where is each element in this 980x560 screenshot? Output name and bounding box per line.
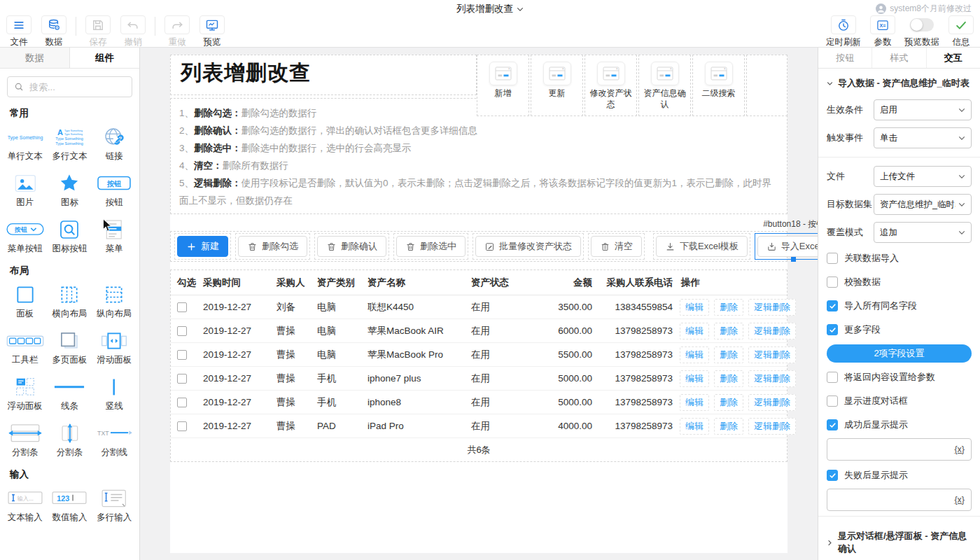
row-action-编辑[interactable]: 编辑 bbox=[680, 394, 709, 411]
row-action-删除[interactable]: 删除 bbox=[714, 418, 743, 435]
field-select-目标数据集[interactable]: 资产信息维护_临时表 bbox=[874, 194, 972, 215]
field-select-文件[interactable]: 上传文件 bbox=[874, 166, 972, 187]
row-checkbox[interactable] bbox=[177, 421, 187, 431]
field-select-触发事件[interactable]: 单击 bbox=[874, 127, 972, 148]
prompt-input[interactable]: {x} bbox=[827, 438, 972, 461]
component-item-slidepanel[interactable]: 滑动面板 bbox=[92, 329, 136, 366]
prompt-input[interactable]: {x} bbox=[827, 489, 972, 511]
checkbox-checked[interactable] bbox=[827, 300, 838, 312]
component-item-textarea-input[interactable]: 多行输入 bbox=[92, 486, 136, 524]
topbar-button-check[interactable]: 信息 bbox=[948, 15, 974, 48]
search-input[interactable] bbox=[28, 81, 125, 93]
row-checkbox[interactable] bbox=[177, 326, 187, 336]
row-checkbox[interactable] bbox=[177, 302, 187, 312]
row-action-删除[interactable]: 删除 bbox=[714, 299, 743, 316]
topbar-button-preview[interactable]: 预览 bbox=[199, 15, 225, 48]
field-settings-button[interactable]: 2项字段设置 bbox=[827, 344, 972, 363]
component-item-toolbar[interactable]: 工具栏 bbox=[3, 329, 48, 366]
panel-tab-交互[interactable]: 交互 bbox=[927, 48, 980, 68]
component-item-icon-button[interactable]: 图标按钮 bbox=[48, 218, 92, 255]
component-item-vlayout[interactable]: 纵向布局 bbox=[92, 283, 136, 320]
checkbox-row[interactable]: 失败后显示提示 bbox=[818, 463, 980, 487]
dialog-widget[interactable]: ×新增 bbox=[477, 55, 529, 116]
dialog-widget[interactable]: ×修改资产状态 bbox=[584, 55, 637, 116]
row-action-逻辑删除[interactable]: 逻辑删除 bbox=[748, 299, 796, 316]
row-action-编辑[interactable]: 编辑 bbox=[680, 418, 709, 435]
page-title-widget[interactable]: 列表增删改查 bbox=[170, 55, 477, 95]
topbar-button-timer[interactable]: 定时刷新 bbox=[826, 15, 861, 48]
component-item-button[interactable]: 按钮按钮 bbox=[92, 172, 136, 209]
checkbox-checked[interactable] bbox=[827, 324, 838, 335]
component-item-vline[interactable]: 竖线 bbox=[92, 375, 136, 412]
checkbox-checked[interactable] bbox=[827, 419, 838, 430]
component-item-text-multi[interactable]: AType SomethingType SomethingType Someth… bbox=[48, 125, 92, 162]
checkbox-row[interactable]: 校验数据 bbox=[818, 270, 980, 294]
checkbox-row[interactable]: 导入所有同名字段 bbox=[818, 294, 980, 318]
preview-data-toggle[interactable] bbox=[910, 18, 934, 31]
canvas-button-新建[interactable]: 新建 bbox=[177, 236, 228, 257]
checkbox[interactable] bbox=[827, 276, 838, 288]
dialog-widget[interactable]: ×资产信息确认 bbox=[638, 55, 691, 116]
panel-tab-样式[interactable]: 样式 bbox=[872, 48, 926, 68]
dialog-widget[interactable]: ×更新 bbox=[531, 55, 583, 116]
row-action-逻辑删除[interactable]: 逻辑删除 bbox=[748, 418, 796, 435]
component-item-panel[interactable]: 面板 bbox=[3, 283, 48, 320]
component-item-text-input[interactable]: 输入...文本输入 bbox=[3, 486, 48, 524]
component-item-star[interactable]: 图标 bbox=[48, 172, 92, 209]
canvas-button-下载Excel模板[interactable]: 下载Excel模板 bbox=[656, 236, 748, 257]
component-item-menu-button[interactable]: 按钮菜单按钮 bbox=[3, 218, 48, 255]
row-checkbox[interactable] bbox=[177, 350, 187, 360]
checkbox-row[interactable]: 将返回内容设置给参数 bbox=[818, 365, 980, 389]
dialog-section-header[interactable]: 显示对话框/悬浮面板 - 资产信息确认 bbox=[818, 522, 980, 560]
event-section-header[interactable]: 导入数据 - 资产信息维护_临时表 bbox=[818, 69, 980, 96]
canvas-button-清空[interactable]: 清空 bbox=[591, 236, 642, 257]
component-item-split-line[interactable]: TXT分割线 bbox=[92, 421, 136, 458]
component-item-multipage[interactable]: 多页面板 bbox=[48, 329, 92, 366]
sidebar-tab-数据[interactable]: 数据 bbox=[0, 48, 70, 68]
checkbox-row[interactable]: 更多字段 bbox=[818, 318, 980, 342]
field-select-生效条件[interactable]: 启用 bbox=[874, 99, 972, 120]
selection-handle[interactable] bbox=[791, 257, 796, 262]
topbar-button-file[interactable]: 文件 bbox=[6, 15, 32, 48]
variable-icon[interactable]: {x} bbox=[954, 444, 965, 454]
topbar-button-save[interactable]: 保存 bbox=[85, 15, 111, 48]
topbar-button-redo[interactable]: 重做 bbox=[164, 15, 190, 48]
row-action-删除[interactable]: 删除 bbox=[714, 394, 743, 411]
checkbox-row[interactable]: 成功后显示提示 bbox=[818, 413, 980, 437]
topbar-button-toggle[interactable]: 预览数据 bbox=[904, 15, 939, 48]
row-action-逻辑删除[interactable]: 逻辑删除 bbox=[748, 394, 796, 411]
component-item-number-input[interactable]: 123数值输入 bbox=[48, 486, 92, 524]
canvas-button-删除确认[interactable]: 删除确认 bbox=[317, 236, 386, 257]
row-action-逻辑删除[interactable]: 逻辑删除 bbox=[748, 346, 796, 363]
topbar-button-params[interactable]: X=参数 bbox=[869, 15, 896, 48]
row-action-编辑[interactable]: 编辑 bbox=[680, 346, 709, 363]
field-select-覆盖模式[interactable]: 追加 bbox=[874, 222, 972, 243]
component-item-menu[interactable]: 菜单 bbox=[92, 218, 136, 255]
checkbox[interactable] bbox=[827, 396, 838, 407]
canvas-button-删除勾选[interactable]: 删除勾选 bbox=[238, 236, 307, 257]
row-checkbox[interactable] bbox=[177, 398, 187, 407]
row-action-逻辑删除[interactable]: 逻辑删除 bbox=[748, 370, 796, 387]
component-item-image[interactable]: 图片 bbox=[3, 172, 48, 209]
topbar-button-undo[interactable]: 撤销 bbox=[120, 15, 146, 48]
sidebar-tab-组件[interactable]: 组件 bbox=[70, 48, 139, 68]
checkbox-checked[interactable] bbox=[827, 470, 838, 481]
canvas-button-批量修改资产状态[interactable]: 批量修改资产状态 bbox=[475, 236, 581, 257]
panel-tab-按钮[interactable]: 按钮 bbox=[818, 48, 872, 68]
row-action-编辑[interactable]: 编辑 bbox=[680, 370, 709, 387]
row-action-删除[interactable]: 删除 bbox=[714, 346, 743, 363]
topbar-button-database[interactable]: 数据 bbox=[41, 15, 67, 48]
checkbox[interactable] bbox=[827, 253, 838, 264]
component-item-floatpanel[interactable]: 浮动面板 bbox=[3, 375, 48, 412]
component-item-line[interactable]: 线条 bbox=[48, 375, 92, 412]
row-action-编辑[interactable]: 编辑 bbox=[680, 323, 709, 340]
component-item-split-h[interactable]: 分割条 bbox=[3, 421, 48, 458]
row-action-编辑[interactable]: 编辑 bbox=[680, 299, 709, 316]
row-action-逻辑删除[interactable]: 逻辑删除 bbox=[748, 323, 796, 340]
variable-icon[interactable]: {x} bbox=[954, 495, 965, 505]
component-item-link[interactable]: 链接 bbox=[92, 125, 136, 162]
row-action-删除[interactable]: 删除 bbox=[714, 323, 743, 340]
component-item-text-single[interactable]: Type Something单行文本 bbox=[3, 125, 48, 162]
component-item-hlayout[interactable]: 横向布局 bbox=[48, 283, 92, 320]
checkbox-row[interactable]: 显示进度对话框 bbox=[818, 389, 980, 413]
